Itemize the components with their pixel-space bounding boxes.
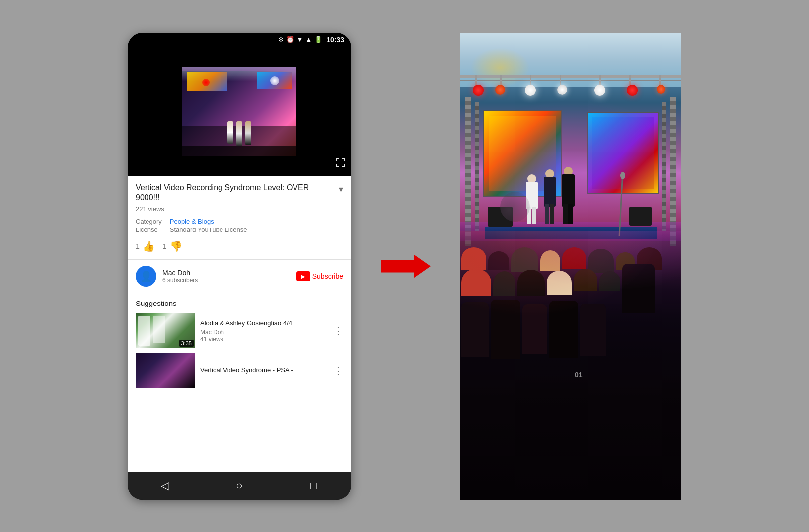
wifi-icon: ▼ [296, 36, 303, 43]
duration-badge-1: 3:35 [179, 340, 194, 347]
suggestion-views-1: 41 views [200, 336, 328, 343]
performer-2 [543, 169, 557, 229]
view-count: 221 views [136, 205, 343, 213]
home-icon: ○ [236, 479, 242, 492]
shirt-text: 01 [575, 371, 583, 379]
subscriber-count: 6 subscribers [162, 277, 291, 284]
dislike-count: 1 [163, 242, 167, 250]
purple-ambient-lower [460, 231, 681, 306]
like-button[interactable]: 1 👍 [136, 240, 155, 252]
subscribe-label: Subscribe [312, 272, 343, 280]
performers [525, 167, 576, 229]
stage-light-white-2 [557, 85, 567, 95]
video-title: Vertical Video Recording Syndrome Level:… [136, 183, 335, 204]
nav-bar: ◁ ○ □ [128, 472, 351, 500]
home-button[interactable]: ○ [227, 473, 252, 498]
stage-light-orange-2 [657, 85, 665, 94]
video-title-row: Vertical Video Recording Syndrome Level:… [136, 183, 343, 204]
content-area: Vertical Video Recording Syndrome Level:… [128, 176, 351, 472]
status-time: 10:33 [326, 36, 344, 44]
thumbs-down-icon: 👎 [170, 240, 182, 252]
youtube-icon [296, 271, 310, 281]
stage-light-orange-1 [495, 85, 505, 95]
suggestion-title-2: Vertical Video Syndrome - PSA - [200, 366, 328, 375]
status-bar: ✻ ⏰ ▼ ▲ 🔋 10:33 [128, 33, 351, 47]
dislike-button[interactable]: 1 👎 [163, 240, 182, 252]
alarm-icon: ⏰ [286, 36, 294, 43]
monitor-speaker-2 [629, 207, 652, 226]
category-value[interactable]: People & Blogs [170, 218, 343, 225]
license-label: License [136, 226, 162, 233]
suggestion-thumbnail-2 [136, 353, 195, 388]
truss-bar-secondary [460, 80, 681, 81]
stage-light-white-3 [594, 85, 605, 96]
recents-icon: □ [310, 479, 317, 492]
like-dislike-row: 1 👍 1 👎 [136, 240, 343, 252]
suggestion-thumbnail-1: 3:35 [136, 313, 195, 348]
suggestion-more-2[interactable]: ⋮ [333, 365, 343, 377]
recents-button[interactable]: □ [301, 473, 326, 498]
main-container: ✻ ⏰ ▼ ▲ 🔋 10:33 [0, 0, 809, 532]
suggestions-section: Suggestions 3:35 Alodia & Ashley Gosieng… [128, 293, 351, 471]
status-icons: ✻ ⏰ ▼ ▲ 🔋 [278, 36, 322, 43]
suggestion-item-2[interactable]: Vertical Video Syndrome - PSA - ⋮ [136, 353, 343, 388]
suggestion-item-1[interactable]: 3:35 Alodia & Ashley Gosiengfiao 4/4 Mac… [136, 313, 343, 348]
suggestions-title: Suggestions [136, 299, 343, 307]
stage-light-red-1 [473, 85, 484, 96]
arrow-container [381, 251, 431, 281]
stage-light-red-2 [627, 85, 638, 96]
video-info: Vertical Video Recording Syndrome Level:… [128, 176, 351, 260]
meta-grid: Category People & Blogs License Standard… [136, 218, 343, 233]
suggestion-info-1: Alodia & Ashley Gosiengfiao 4/4 Mac Doh … [200, 319, 328, 343]
suggestion-title-1: Alodia & Ashley Gosiengfiao 4/4 [200, 319, 328, 328]
suggestion-info-2: Vertical Video Syndrome - PSA - [200, 366, 328, 376]
video-player[interactable] [128, 47, 351, 176]
signal-icon: ▲ [305, 36, 312, 43]
thumbs-up-icon: 👍 [143, 240, 155, 252]
chevron-down-icon[interactable]: ▾ [339, 184, 343, 195]
channel-info: Mac Doh 6 subscribers [162, 269, 291, 284]
back-icon: ◁ [161, 479, 169, 492]
expanded-video: 01 [460, 33, 681, 500]
bluetooth-icon: ✻ [278, 36, 284, 43]
truss-bar-main [460, 75, 681, 78]
right-arrow [381, 251, 431, 281]
performer-3 [561, 167, 576, 229]
license-value: Standard YouTube License [170, 226, 343, 233]
video-thumbnail [182, 67, 296, 156]
channel-name[interactable]: Mac Doh [162, 269, 291, 277]
subscribe-button[interactable]: Subscribe [296, 271, 343, 281]
suggestion-channel-1: Mac Doh [200, 329, 328, 336]
back-button[interactable]: ◁ [152, 473, 177, 498]
svg-marker-0 [381, 254, 431, 278]
like-count: 1 [136, 242, 140, 250]
suggestion-more-1[interactable]: ⋮ [333, 325, 343, 337]
avatar-icon: 👤 [140, 270, 152, 282]
drum-kit [500, 192, 530, 222]
phone-mockup: ✻ ⏰ ▼ ▲ 🔋 10:33 [128, 33, 351, 500]
channel-section: 👤 Mac Doh 6 subscribers Subscribe [128, 260, 351, 293]
battery-icon: 🔋 [314, 36, 322, 43]
fullscreen-icon[interactable] [335, 157, 346, 171]
avatar: 👤 [136, 266, 156, 287]
category-label: Category [136, 218, 162, 225]
microphone [620, 172, 625, 179]
stage-light-white-1 [525, 85, 536, 96]
